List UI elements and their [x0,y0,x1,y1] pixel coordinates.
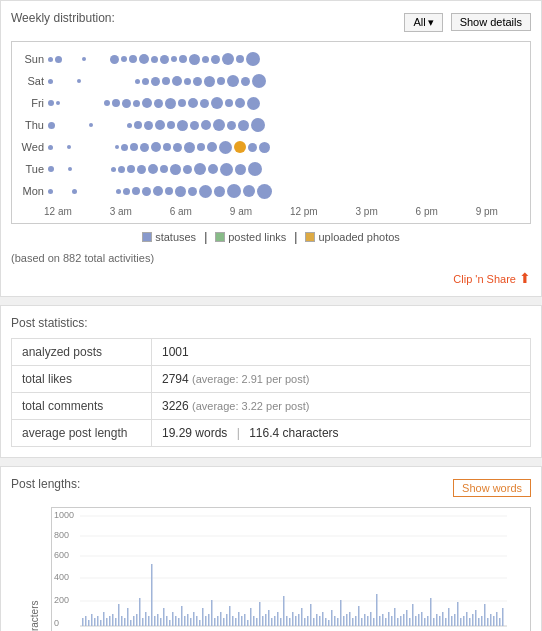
dot [48,189,53,194]
dot [213,119,225,131]
day-label-wed: Wed [16,141,44,153]
svg-rect-23 [115,618,117,626]
dot [133,100,140,107]
dot [129,55,137,63]
dot [243,185,255,197]
dot [55,56,62,63]
svg-rect-106 [364,614,366,626]
svg-text:600: 600 [54,550,69,560]
dot [184,78,191,85]
svg-rect-27 [127,608,129,626]
svg-rect-144 [478,618,480,626]
dot [173,143,182,152]
svg-rect-112 [382,614,384,626]
svg-rect-50 [196,616,198,626]
dot [219,141,232,154]
svg-rect-126 [424,618,426,626]
dot [116,189,121,194]
dot [217,77,225,85]
svg-rect-121 [409,618,411,626]
stat-value-likes: 2794 (average: 2.91 per post) [152,366,531,393]
dot [227,75,239,87]
time-12am: 12 am [44,206,72,217]
svg-rect-115 [391,616,393,626]
day-label-sun: Sun [16,53,44,65]
dot [48,122,55,129]
chevron-down-icon: ▾ [428,16,434,29]
show-details-button[interactable]: Show details [451,13,531,31]
dot [259,142,270,153]
row-tue: Tue [16,158,526,180]
svg-rect-65 [241,616,243,626]
post-lengths-title: Post lengths: [11,477,80,491]
svg-rect-116 [394,608,396,626]
svg-rect-77 [277,612,279,626]
dot [112,99,120,107]
dot [183,165,192,174]
dot [238,120,249,131]
svg-rect-92 [322,612,324,626]
stat-value-analyzed: 1001 [152,339,531,366]
dot [184,142,195,153]
svg-rect-90 [316,614,318,626]
dot [142,98,152,108]
row-wed: Wed [16,136,526,158]
dot [121,144,128,151]
time-9am: 9 am [230,206,252,217]
legend-uploaded-photos-label: uploaded photos [318,231,399,243]
svg-rect-29 [133,616,135,626]
svg-rect-93 [325,618,327,626]
dot [48,100,54,106]
dot [193,77,202,86]
time-6am: 6 am [170,206,192,217]
clip-share-text: Clip 'n Share [453,273,516,285]
all-button[interactable]: All ▾ [404,13,442,32]
clip-share-link[interactable]: Clip 'n Share ⬆ [453,273,531,285]
dot [236,55,244,63]
svg-rect-40 [166,616,168,626]
time-6pm: 6 pm [416,206,438,217]
svg-rect-39 [163,608,165,626]
svg-rect-72 [262,616,264,626]
dot [144,121,153,130]
dot [48,145,53,150]
dot [194,163,206,175]
svg-rect-150 [496,612,498,626]
table-row: total comments 3226 (average: 3.22 per p… [12,393,531,420]
dot [248,162,262,176]
table-row: average post length 19.29 words | 116.4 … [12,420,531,447]
day-label-mon: Mon [16,185,44,197]
svg-text:800: 800 [54,530,69,540]
svg-rect-85 [301,608,303,626]
dots-fri [48,97,526,110]
dot [170,164,181,175]
dot [56,101,60,105]
show-words-button[interactable]: Show words [453,479,531,497]
dot [167,121,175,129]
svg-rect-78 [280,618,282,626]
dot [189,54,200,65]
svg-rect-55 [211,600,213,626]
dot [179,55,187,63]
dot-chart-container: Sun [11,41,531,224]
stat-avg-likes: (average: 2.91 per post) [192,373,309,385]
dot [241,77,250,86]
dot [151,56,158,63]
legend-statuses-label: statuses [155,231,196,243]
svg-rect-125 [421,612,423,626]
svg-rect-100 [346,614,348,626]
dot [175,186,186,197]
dot [197,143,205,151]
dot [115,145,119,149]
stat-value-comments: 3226 (average: 3.22 per post) [152,393,531,420]
svg-rect-31 [139,598,141,626]
dot [207,142,217,152]
dot [154,99,163,108]
svg-rect-33 [145,612,147,626]
legend-box-green [215,232,225,242]
svg-rect-94 [328,620,330,626]
svg-rect-96 [334,616,336,626]
row-thu: Thu [16,114,526,136]
table-row: total likes 2794 (average: 2.91 per post… [12,366,531,393]
weekly-distribution-section: Weekly distribution: All ▾ Show details … [0,0,542,297]
